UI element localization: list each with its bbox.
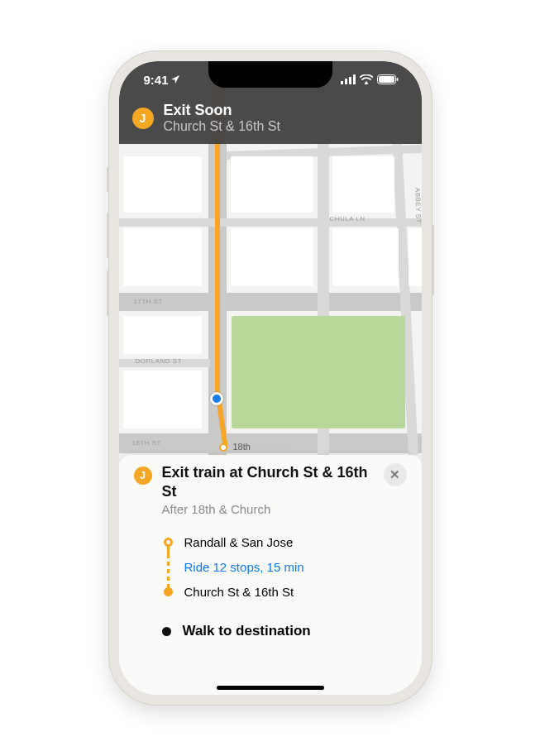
sheet-subtitle: After 18th & Church xyxy=(162,502,380,516)
svg-rect-0 xyxy=(341,81,343,84)
map-block xyxy=(231,228,313,286)
street-label: DORLAND ST xyxy=(136,357,183,365)
street-label: CHULA LN xyxy=(330,215,366,222)
volume-up-button xyxy=(107,213,109,258)
map-block xyxy=(123,316,202,354)
home-indicator[interactable] xyxy=(217,686,324,690)
street-label: ABBEY ST xyxy=(413,188,422,223)
svg-rect-7 xyxy=(396,78,398,81)
stop-end[interactable]: Church St & 16th St xyxy=(164,581,407,603)
status-time-group: 9:41 xyxy=(144,73,180,87)
svg-rect-6 xyxy=(379,76,394,83)
banner-text: Exit Soon Church St & 16th St xyxy=(164,102,280,134)
map-block xyxy=(409,228,422,286)
sheet-header: J Exit train at Church St & 16th St Afte… xyxy=(134,463,407,516)
wifi-icon xyxy=(360,74,373,84)
stop-dot-icon xyxy=(164,587,173,596)
stops-list: Randall & San Jose Ride 12 stops, 15 min… xyxy=(164,531,407,603)
battery-icon xyxy=(377,74,399,84)
banner-subtitle: Church St & 16th St xyxy=(164,119,280,134)
status-time: 9:41 xyxy=(144,73,169,87)
banner-title: Exit Soon xyxy=(164,102,280,119)
walk-step[interactable]: Walk to destination xyxy=(137,623,407,639)
transit-line-badge: J xyxy=(132,108,154,129)
close-icon: ✕ xyxy=(389,467,400,482)
park xyxy=(232,316,405,428)
road xyxy=(119,218,422,227)
road xyxy=(119,433,422,453)
status-right xyxy=(341,74,399,84)
street-label: 17TH ST xyxy=(134,298,164,305)
user-location-dot xyxy=(210,392,223,405)
map-block xyxy=(123,371,202,428)
street-label: 18TH ST xyxy=(132,439,162,447)
mute-switch xyxy=(107,167,109,192)
ride-label: Ride 12 stops, 15 min xyxy=(184,560,304,574)
directions-sheet[interactable]: J Exit train at Church St & 16th St Afte… xyxy=(119,455,422,695)
map-block xyxy=(332,156,394,213)
location-arrow-icon xyxy=(170,74,180,84)
map-block xyxy=(123,156,202,213)
cellular-icon xyxy=(341,74,356,84)
stop-dot-icon xyxy=(164,538,173,547)
transit-line-badge: J xyxy=(134,467,152,485)
road xyxy=(119,293,422,311)
ride-summary[interactable]: Ride 12 stops, 15 min xyxy=(164,553,407,581)
station-dot xyxy=(219,443,227,452)
walk-icon xyxy=(162,627,171,636)
notch xyxy=(208,61,332,88)
screen: 9:41 J Exit Soon Church St & 16th St xyxy=(119,61,422,695)
map-block xyxy=(231,156,313,213)
phone-frame: 9:41 J Exit Soon Church St & 16th St xyxy=(109,51,432,705)
svg-rect-3 xyxy=(353,74,356,84)
svg-rect-2 xyxy=(349,77,351,84)
map-block xyxy=(332,228,399,286)
stop-label: Randall & San Jose xyxy=(184,535,294,549)
sheet-grabber[interactable] xyxy=(254,445,287,449)
stop-start[interactable]: Randall & San Jose xyxy=(164,531,407,553)
map-block xyxy=(123,228,202,286)
svg-rect-1 xyxy=(345,79,347,84)
walk-label: Walk to destination xyxy=(183,623,311,639)
station-label: 18th xyxy=(233,442,251,452)
svg-point-4 xyxy=(365,82,367,84)
stop-label: Church St & 16th St xyxy=(184,585,294,599)
close-button[interactable]: ✕ xyxy=(384,463,407,486)
volume-down-button xyxy=(107,270,109,316)
sheet-title: Exit train at Church St & 16th St xyxy=(162,463,380,500)
power-button xyxy=(432,225,434,295)
